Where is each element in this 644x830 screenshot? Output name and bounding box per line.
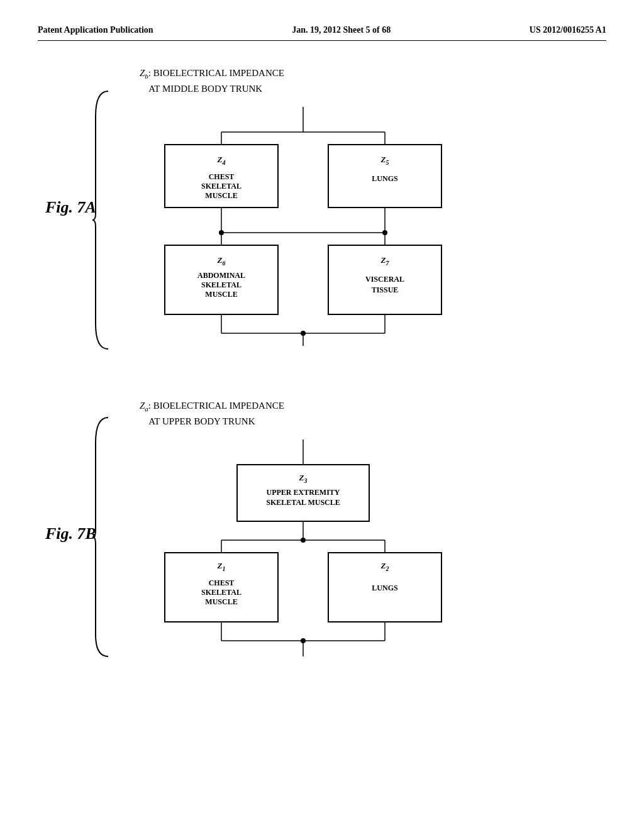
fig7a-title-formula: Zb: [140, 68, 148, 78]
fig7b-title: Za: BIOELECTRICAL IMPEDANCE AT UPPER BOD…: [140, 399, 605, 428]
svg-text:VISCERAL: VISCERAL: [365, 275, 404, 284]
svg-text:SKELETAL MUSCLE: SKELETAL MUSCLE: [266, 498, 340, 507]
header-left-text: Patent Application Publication: [38, 25, 153, 35]
header-center-text: Jan. 19, 2012 Sheet 5 of 68: [292, 25, 391, 35]
svg-text:ABDOMINAL: ABDOMINAL: [197, 271, 245, 280]
page-header: Patent Application Publication Jan. 19, …: [38, 25, 606, 41]
svg-text:SKELETAL: SKELETAL: [201, 588, 242, 597]
fig7b-section: Fig. 7B Za: BIOELECTRICAL IMPEDANCE AT U…: [39, 399, 605, 668]
svg-text:TISSUE: TISSUE: [372, 285, 399, 294]
svg-text:CHEST: CHEST: [209, 578, 235, 587]
fig7b-diagram-svg: Z3 UPPER EXTREMITY SKELETAL MUSCLE Z1: [140, 440, 467, 666]
fig7a-diagram-svg: Z4 CHEST SKELETAL MUSCLE Z5 LUNGS: [140, 107, 467, 346]
svg-point-32: [301, 331, 306, 336]
fig7a-brace: [89, 85, 114, 355]
svg-text:SKELETAL: SKELETAL: [201, 182, 242, 191]
main-content: Fig. 7A Zb: BIOELECTRICAL IMPEDANCE AT M…: [38, 66, 606, 668]
svg-text:LUNGS: LUNGS: [372, 584, 398, 592]
svg-text:MUSCLE: MUSCLE: [205, 597, 237, 606]
svg-text:MUSCLE: MUSCLE: [205, 290, 237, 299]
header-right-text: US 2012/0016255 A1: [530, 25, 606, 35]
svg-text:UPPER EXTREMITY: UPPER EXTREMITY: [266, 488, 340, 497]
fig7b-content: Za: BIOELECTRICAL IMPEDANCE AT UPPER BOD…: [140, 399, 605, 668]
fig7b-label: Fig. 7B: [45, 524, 96, 543]
svg-text:CHEST: CHEST: [209, 172, 235, 181]
svg-text:MUSCLE: MUSCLE: [205, 191, 237, 200]
fig7b-title-formula: Za: [140, 401, 148, 411]
svg-text:SKELETAL: SKELETAL: [201, 280, 242, 289]
fig7a-content: Zb: BIOELECTRICAL IMPEDANCE AT MIDDLE BO…: [140, 66, 605, 348]
fig7b-brace: [89, 411, 114, 663]
fig7a-section: Fig. 7A Zb: BIOELECTRICAL IMPEDANCE AT M…: [39, 66, 605, 348]
fig7a-title-desc: : BIOELECTRICAL IMPEDANCE AT MIDDLE BODY…: [140, 68, 284, 94]
fig7a-title: Zb: BIOELECTRICAL IMPEDANCE AT MIDDLE BO…: [140, 66, 605, 96]
patent-page: Patent Application Publication Jan. 19, …: [0, 0, 644, 830]
fig7b-title-desc: : BIOELECTRICAL IMPEDANCE AT UPPER BODY …: [140, 401, 284, 426]
fig7a-label: Fig. 7A: [45, 198, 96, 217]
svg-text:LUNGS: LUNGS: [372, 174, 398, 183]
